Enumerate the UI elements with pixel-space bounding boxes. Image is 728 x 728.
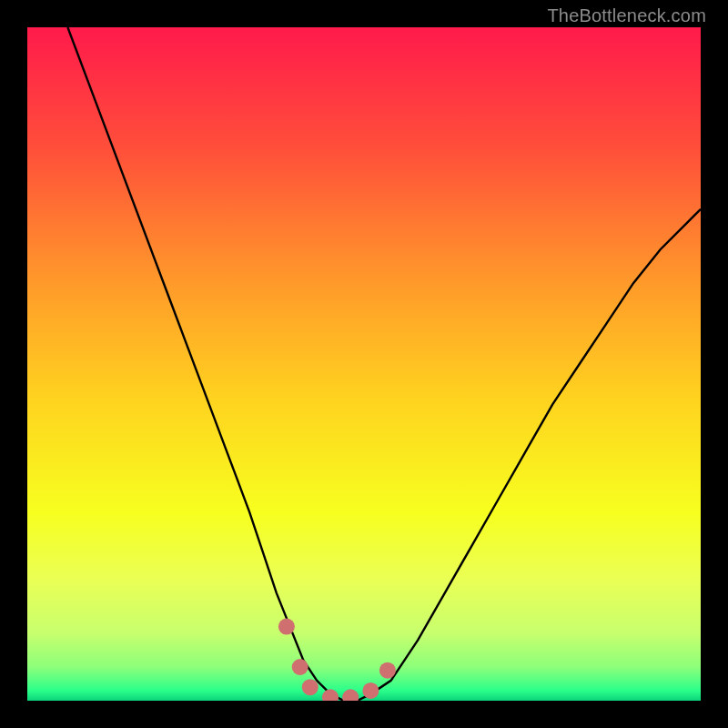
chart-plot-area xyxy=(27,27,701,701)
marker-dot xyxy=(292,659,308,675)
marker-dot xyxy=(278,619,295,635)
gradient-background xyxy=(27,27,701,701)
marker-dot xyxy=(379,662,396,679)
chart-svg xyxy=(27,27,701,701)
marker-dot xyxy=(302,679,318,695)
watermark-text: TheBottleneck.com xyxy=(547,5,706,26)
marker-dot xyxy=(362,682,379,699)
chart-frame: TheBottleneck.com xyxy=(0,0,728,728)
